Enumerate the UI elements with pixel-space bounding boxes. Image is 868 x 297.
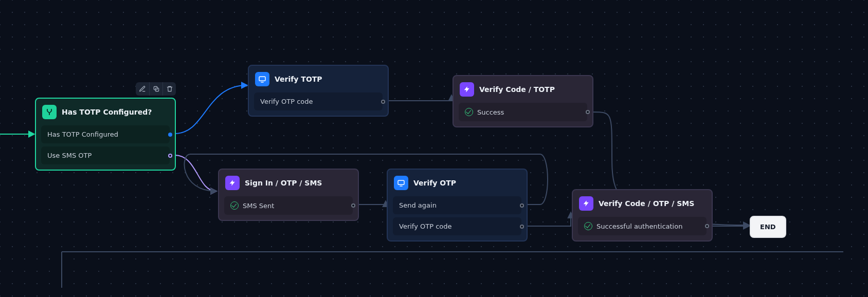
node-header: Verify Code / OTP / SMS bbox=[578, 195, 707, 213]
delete-button[interactable] bbox=[162, 82, 176, 96]
node-header: Has TOTP Configured? bbox=[41, 104, 170, 121]
lightning-icon bbox=[225, 176, 240, 190]
row-label: Use SMS OTP bbox=[47, 152, 92, 159]
node-header: Sign In / OTP / SMS bbox=[224, 175, 353, 192]
node-title: Verify OTP bbox=[413, 179, 456, 187]
output-port[interactable] bbox=[520, 225, 524, 229]
row-success[interactable]: Success bbox=[459, 103, 587, 121]
svg-rect-2 bbox=[259, 77, 265, 81]
row-label: SMS Sent bbox=[243, 202, 274, 210]
row-label: Has TOTP Configured bbox=[47, 131, 118, 138]
end-node[interactable]: END bbox=[750, 216, 786, 238]
node-title: Sign In / OTP / SMS bbox=[245, 179, 322, 187]
row-label: Verify OTP code bbox=[399, 222, 452, 230]
row-send-again[interactable]: Send again bbox=[393, 196, 521, 214]
row-label: Verify OTP code bbox=[260, 98, 313, 105]
row-label: Send again bbox=[399, 201, 437, 209]
row-verify-otp-code[interactable]: Verify OTP code bbox=[393, 217, 521, 235]
row-successful-auth[interactable]: Successful authentication bbox=[578, 217, 707, 235]
node-title: Verify TOTP bbox=[275, 75, 322, 83]
node-title: Has TOTP Configured? bbox=[62, 108, 152, 116]
branch-icon bbox=[42, 105, 57, 119]
node-title: Verify Code / OTP / SMS bbox=[599, 199, 694, 208]
screen-icon bbox=[394, 176, 408, 190]
lightning-icon bbox=[579, 196, 593, 211]
lightning-icon bbox=[460, 82, 474, 97]
output-port[interactable] bbox=[168, 154, 172, 158]
row-verify-otp-code[interactable]: Verify OTP code bbox=[254, 92, 383, 110]
node-title: Verify Code / TOTP bbox=[479, 85, 555, 94]
edit-button[interactable] bbox=[136, 82, 149, 96]
row-use-sms-otp[interactable]: Use SMS OTP bbox=[41, 146, 170, 164]
output-port[interactable] bbox=[586, 110, 590, 114]
node-has-totp[interactable]: Has TOTP Configured? Has TOTP Configured… bbox=[35, 98, 176, 171]
svg-rect-3 bbox=[398, 180, 404, 184]
node-verify-code-sms[interactable]: Verify Code / OTP / SMS Successful authe… bbox=[572, 189, 713, 242]
row-label: Success bbox=[477, 108, 504, 116]
end-label: END bbox=[760, 223, 776, 231]
row-label: Successful authentication bbox=[596, 222, 682, 230]
row-has-totp-configured[interactable]: Has TOTP Configured bbox=[41, 125, 170, 143]
node-header: Verify Code / TOTP bbox=[459, 81, 587, 99]
row-sms-sent[interactable]: SMS Sent bbox=[224, 196, 353, 215]
node-toolbar bbox=[136, 82, 176, 96]
output-port[interactable] bbox=[168, 133, 172, 137]
node-sign-in-sms[interactable]: Sign In / OTP / SMS SMS Sent bbox=[218, 169, 359, 221]
output-port[interactable] bbox=[351, 203, 355, 208]
output-port[interactable] bbox=[705, 224, 709, 228]
node-header: Verify OTP bbox=[393, 175, 521, 192]
node-verify-code-totp[interactable]: Verify Code / TOTP Success bbox=[453, 75, 593, 127]
screen-icon bbox=[255, 72, 269, 86]
output-port[interactable] bbox=[520, 203, 524, 208]
node-verify-otp[interactable]: Verify OTP Send again Verify OTP code bbox=[387, 169, 528, 242]
node-verify-totp[interactable]: Verify TOTP Verify OTP code bbox=[248, 65, 389, 117]
duplicate-button[interactable] bbox=[149, 82, 162, 96]
node-header: Verify TOTP bbox=[254, 71, 383, 88]
output-port[interactable] bbox=[381, 100, 385, 104]
